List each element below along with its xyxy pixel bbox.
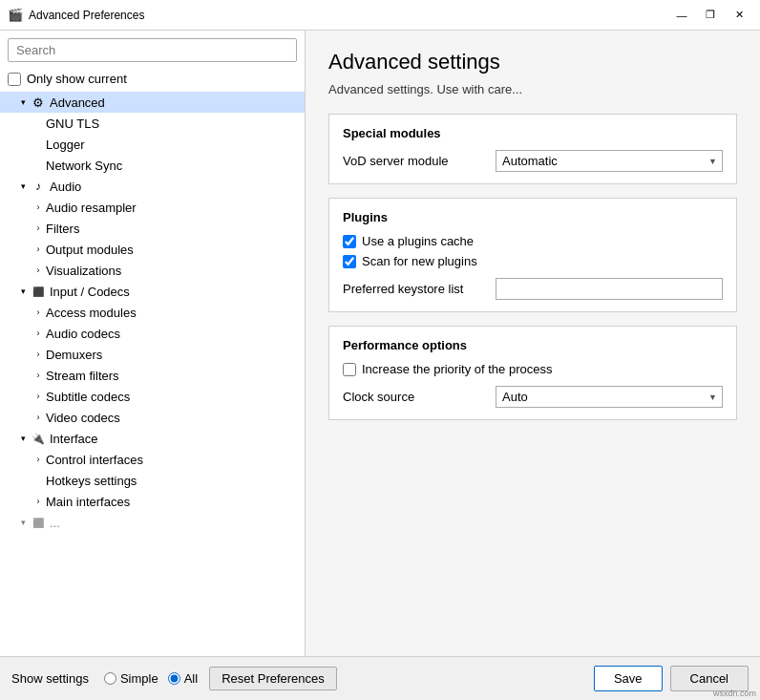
tree-item-main-interfaces[interactable]: › Main interfaces: [0, 491, 305, 512]
increase-priority-row: Increase the priority of the process: [343, 362, 723, 376]
tree-item-video-codecs[interactable]: › Video codecs: [0, 407, 305, 428]
tree-item-output-modules[interactable]: › Output modules: [0, 239, 305, 260]
keystore-row: Preferred keystore list: [343, 278, 723, 300]
label-audio-codecs: Audio codecs: [46, 327, 120, 341]
label-hotkeys-settings: Hotkeys settings: [46, 474, 137, 488]
icon-advanced: ⚙: [31, 95, 46, 110]
arrow-input-codecs: ▾: [15, 284, 31, 299]
only-show-current-row: Only show current: [0, 70, 305, 92]
vod-server-row: VoD server module Automatic None: [343, 150, 723, 172]
plugins-cache-label: Use a plugins cache: [362, 234, 474, 248]
label-stream-filters: Stream filters: [46, 369, 119, 383]
icon-interface: 🔌: [31, 431, 46, 446]
left-panel: Only show current ▾ ⚙ Advanced GNU TLS L…: [0, 31, 306, 656]
arrow-network-sync: [31, 158, 46, 173]
save-button[interactable]: Save: [594, 666, 663, 691]
keystore-label: Preferred keystore list: [343, 282, 496, 296]
section-title-performance: Performance options: [343, 338, 723, 352]
arrow-audio-resampler: ›: [31, 200, 46, 215]
title-bar-left: 🎬 Advanced Preferences: [8, 8, 144, 23]
radio-all-label: All: [184, 671, 198, 686]
arrow-audio: ▾: [15, 179, 31, 194]
window-title: Advanced Preferences: [29, 9, 144, 22]
clock-source-select[interactable]: Auto Default Monotonic: [496, 386, 723, 408]
bottom-left: Show settings Simple All Reset Preferenc…: [11, 667, 337, 690]
tree-item-network-sync[interactable]: Network Sync: [0, 155, 305, 176]
arrow-video-codecs: ›: [31, 410, 46, 425]
scan-plugins-checkbox[interactable]: [343, 255, 356, 268]
label-visualizations: Visualizations: [46, 264, 121, 278]
keystore-control: [496, 278, 723, 300]
tree-item-stream-filters[interactable]: › Stream filters: [0, 365, 305, 386]
tree-item-audio-resampler[interactable]: › Audio resampler: [0, 197, 305, 218]
radio-all[interactable]: [168, 672, 180, 685]
tree-item-advanced[interactable]: ▾ ⚙ Advanced: [0, 92, 305, 113]
arrow-control-interfaces: ›: [31, 452, 46, 467]
arrow-output-modules: ›: [31, 242, 46, 257]
increase-priority-checkbox[interactable]: [343, 363, 356, 376]
tree-item-audio-codecs[interactable]: › Audio codecs: [0, 323, 305, 344]
section-title-plugins: Plugins: [343, 210, 723, 224]
tree-item-visualizations[interactable]: › Visualizations: [0, 260, 305, 281]
tree-item-demuxers[interactable]: › Demuxers: [0, 344, 305, 365]
tree-item-subtitle-codecs[interactable]: › Subtitle codecs: [0, 386, 305, 407]
maximize-button[interactable]: ❐: [697, 6, 724, 25]
radio-simple[interactable]: [104, 672, 116, 685]
only-show-current-checkbox[interactable]: [8, 73, 21, 86]
scan-plugins-row: Scan for new plugins: [343, 254, 723, 268]
label-audio: Audio: [50, 180, 81, 194]
tree-item-playlist[interactable]: ▾ ⬛ ...: [0, 512, 305, 533]
right-panel: Advanced settings Advanced settings. Use…: [306, 31, 760, 656]
arrow-interface: ▾: [15, 431, 31, 446]
keystore-input[interactable]: [496, 278, 723, 300]
arrow-demuxers: ›: [31, 347, 46, 362]
label-gnu-tls: GNU TLS: [46, 117, 99, 131]
label-demuxers: Demuxers: [46, 348, 102, 362]
label-logger: Logger: [46, 138, 84, 152]
vod-server-label: VoD server module: [343, 154, 496, 168]
tree-item-interface[interactable]: ▾ 🔌 Interface: [0, 428, 305, 449]
app-icon: 🎬: [8, 8, 23, 23]
tree-item-input-codecs[interactable]: ▾ ⬛ Input / Codecs: [0, 281, 305, 302]
arrow-access-modules: ›: [31, 305, 46, 320]
reset-preferences-button[interactable]: Reset Preferences: [209, 667, 337, 690]
search-input[interactable]: [8, 38, 297, 62]
plugins-cache-checkbox[interactable]: [343, 235, 356, 248]
arrow-subtitle-codecs: ›: [31, 389, 46, 404]
increase-priority-label: Increase the priority of the process: [362, 362, 552, 376]
close-button[interactable]: ✕: [726, 6, 752, 25]
bottom-right: Save Cancel: [594, 666, 749, 691]
tree-item-audio[interactable]: ▾ ♪ Audio: [0, 176, 305, 197]
settings-title: Advanced settings: [328, 50, 737, 74]
arrow-main-interfaces: ›: [31, 494, 46, 509]
radio-all-item: All: [168, 671, 198, 686]
radio-simple-item: Simple: [104, 671, 158, 686]
tree-item-control-interfaces[interactable]: › Control interfaces: [0, 449, 305, 470]
label-network-sync: Network Sync: [46, 159, 122, 173]
tree-item-hotkeys-settings[interactable]: Hotkeys settings: [0, 470, 305, 491]
icon-playlist: ⬛: [31, 515, 46, 530]
icon-input-codecs: ⬛: [31, 284, 46, 299]
label-access-modules: Access modules: [46, 306, 137, 320]
minimize-button[interactable]: —: [668, 6, 695, 25]
label-control-interfaces: Control interfaces: [46, 453, 143, 467]
tree-item-gnu-tls[interactable]: GNU TLS: [0, 113, 305, 134]
tree-item-filters[interactable]: › Filters: [0, 218, 305, 239]
tree-item-access-modules[interactable]: › Access modules: [0, 302, 305, 323]
arrow-audio-codecs: ›: [31, 326, 46, 341]
title-bar: 🎬 Advanced Preferences — ❐ ✕: [0, 0, 760, 31]
radio-group: Simple All: [104, 671, 198, 686]
cancel-button[interactable]: Cancel: [670, 666, 749, 691]
tree-item-logger[interactable]: Logger: [0, 134, 305, 155]
section-performance: Performance options Increase the priorit…: [328, 326, 737, 420]
main-content: Only show current ▾ ⚙ Advanced GNU TLS L…: [0, 31, 760, 656]
show-settings-label: Show settings: [11, 671, 89, 686]
only-show-current-label: Only show current: [27, 72, 127, 86]
bottom-bar: Show settings Simple All Reset Preferenc…: [0, 656, 760, 700]
arrow-filters: ›: [31, 221, 46, 236]
label-audio-resampler: Audio resampler: [46, 201, 137, 215]
vod-server-select[interactable]: Automatic None: [496, 150, 723, 172]
label-video-codecs: Video codecs: [46, 411, 120, 425]
label-output-modules: Output modules: [46, 243, 134, 257]
label-main-interfaces: Main interfaces: [46, 495, 130, 509]
